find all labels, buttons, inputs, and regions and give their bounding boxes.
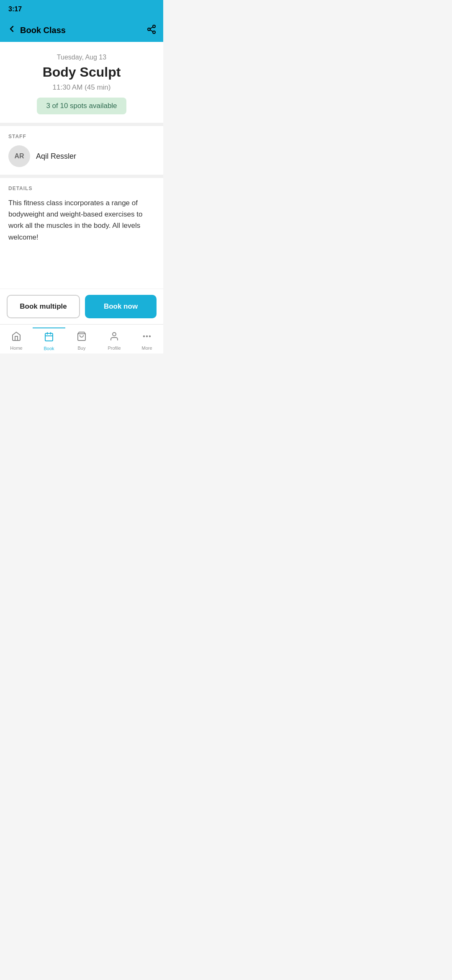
svg-point-11: [144, 336, 144, 337]
book-multiple-button[interactable]: Book multiple: [7, 295, 80, 318]
status-bar: 3:17: [0, 0, 163, 18]
book-now-button[interactable]: Book now: [85, 295, 157, 318]
nav-item-profile[interactable]: Profile: [98, 328, 131, 351]
details-section-label: DETAILS: [8, 186, 155, 191]
details-description: This fitness class incorporates a range …: [8, 197, 155, 243]
home-icon: [11, 331, 21, 344]
header-left: Book Class: [7, 24, 66, 36]
share-icon[interactable]: [146, 24, 157, 36]
nav-label-profile: Profile: [108, 346, 121, 351]
staff-avatar: AR: [8, 145, 30, 167]
staff-row: AR Aqil Ressler: [8, 145, 155, 167]
svg-point-10: [113, 333, 116, 336]
nav-label-book: Book: [44, 346, 54, 351]
buy-icon: [77, 331, 87, 344]
nav-item-book[interactable]: Book: [33, 328, 65, 351]
details-section: DETAILS This fitness class incorporates …: [0, 178, 163, 255]
profile-icon: [109, 331, 119, 344]
class-time: 11:30 AM (45 min): [8, 83, 155, 92]
svg-line-4: [150, 27, 153, 28]
book-icon: [44, 332, 54, 344]
nav-label-buy: Buy: [78, 346, 86, 351]
nav-item-more[interactable]: More: [131, 328, 163, 351]
more-icon: [142, 331, 152, 344]
staff-section-label: STAFF: [8, 134, 155, 139]
class-name: Body Sculpt: [8, 64, 155, 80]
nav-label-more: More: [141, 346, 152, 351]
spots-badge: 3 of 10 spots available: [37, 98, 126, 114]
svg-point-12: [146, 336, 147, 337]
staff-section: STAFF AR Aqil Ressler: [0, 126, 163, 178]
bottom-buttons: Book multiple Book now: [0, 289, 163, 324]
nav-item-home[interactable]: Home: [0, 328, 33, 351]
back-icon[interactable]: [7, 24, 17, 36]
nav-label-home: Home: [10, 346, 22, 351]
status-time: 3:17: [8, 5, 22, 13]
nav-item-buy[interactable]: Buy: [65, 328, 98, 351]
svg-line-3: [150, 30, 153, 31]
header: Book Class: [0, 18, 163, 42]
bottom-nav: Home Book Buy: [0, 324, 163, 353]
class-date: Tuesday, Aug 13: [8, 54, 155, 61]
staff-name: Aqil Ressler: [36, 152, 76, 161]
svg-point-13: [149, 336, 150, 337]
page-title: Book Class: [20, 26, 66, 35]
svg-rect-5: [45, 333, 53, 341]
main-content: Tuesday, Aug 13 Body Sculpt 11:30 AM (45…: [0, 42, 163, 324]
class-info-section: Tuesday, Aug 13 Body Sculpt 11:30 AM (45…: [0, 42, 163, 126]
